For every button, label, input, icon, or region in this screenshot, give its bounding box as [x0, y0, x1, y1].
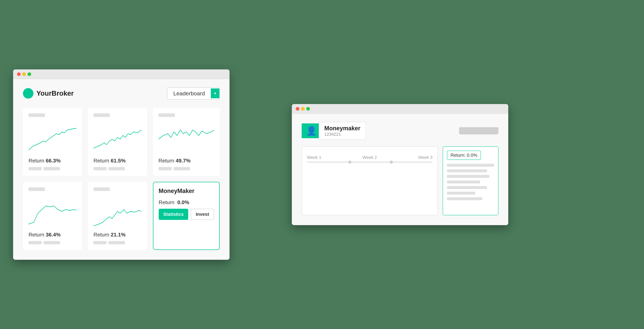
stats-line-6 — [447, 192, 475, 195]
moneymaker-name: MoneyMaker — [159, 188, 214, 194]
close-button-2[interactable] — [296, 107, 299, 111]
stats-line-2 — [447, 169, 487, 172]
week3-label: Week 3 — [418, 155, 432, 160]
detail-content: 👤 Moneymaker 1234221 Week 1 Week 2 Week … — [292, 114, 508, 225]
card-placeholder-4 — [28, 187, 45, 191]
stats-line-4 — [447, 180, 480, 183]
chart-area-1 — [28, 121, 76, 154]
brand-name: YourBroker — [36, 89, 74, 97]
detail-header: 👤 Moneymaker 1234221 — [302, 122, 498, 140]
detail-window: 👤 Moneymaker 1234221 Week 1 Week 2 Week … — [292, 104, 508, 225]
return-text-2: Return 61.5% — [94, 158, 141, 164]
minimize-button[interactable] — [22, 72, 26, 76]
stats-line-3 — [447, 175, 490, 178]
title-bar-1 — [13, 69, 230, 79]
stats-panel: Return: 0.0% — [443, 146, 498, 215]
card-bottom-bars-5 — [94, 241, 141, 244]
statistics-button[interactable]: Statistics — [159, 209, 188, 220]
return-text-4: Return 36.4% — [28, 232, 76, 238]
week1-label: Week 1 — [307, 155, 321, 160]
trader-card-5[interactable]: Return 21.1% — [88, 182, 147, 250]
chart-area-3 — [158, 121, 214, 154]
leaderboard-content: YourBroker Leaderboard ▾ Return 66.3 — [13, 79, 230, 260]
dropdown-arrow-icon[interactable]: ▾ — [211, 89, 219, 98]
return-badge: Return: 0.0% — [447, 151, 481, 160]
brand-logo — [23, 88, 34, 99]
trader-card-2[interactable]: Return 61.5% — [88, 108, 147, 176]
header-action-placeholder — [459, 127, 498, 134]
cards-grid: Return 66.3% Return 61.5% — [23, 108, 220, 250]
card-placeholder-3 — [158, 113, 175, 117]
trader-card-3[interactable]: Return 49.7% — [153, 108, 220, 176]
stats-line-1 — [447, 164, 494, 167]
card-placeholder-2 — [94, 113, 110, 117]
maximize-button[interactable] — [28, 72, 31, 76]
moneymaker-card[interactable]: MoneyMaker Return 0.0% Statistics Invest — [153, 182, 220, 250]
timeline-dot-2 — [390, 161, 393, 164]
chart-area-2 — [94, 121, 141, 154]
leaderboard-window: YourBroker Leaderboard ▾ Return 66.3 — [13, 69, 230, 260]
brand: YourBroker — [23, 88, 74, 99]
teal-accent — [302, 123, 304, 138]
trader-card-1[interactable]: Return 66.3% — [23, 108, 82, 176]
invest-button[interactable]: Invest — [191, 209, 214, 220]
card-bottom-bars-1 — [28, 167, 76, 170]
chart-area-4 — [28, 195, 76, 228]
dropdown-label: Leaderboard — [168, 88, 211, 99]
stats-line-5 — [447, 186, 487, 189]
stats-line-7 — [447, 197, 482, 200]
trader-info-box: Moneymaker 1234221 — [319, 122, 366, 140]
trader-card-4[interactable]: Return 36.4% — [23, 182, 82, 250]
return-text-1: Return 66.3% — [28, 158, 76, 164]
minimize-button-2[interactable] — [301, 107, 304, 111]
card-placeholder-5 — [94, 187, 110, 191]
return-text-5: Return 21.1% — [94, 232, 141, 238]
timeline-dot-1 — [348, 161, 351, 164]
avatar-box: 👤 — [304, 123, 319, 138]
trader-id: 1234221 — [324, 132, 360, 137]
return-text-3: Return 49.7% — [158, 158, 214, 164]
moneymaker-buttons: Statistics Invest — [159, 209, 214, 220]
week2-label: Week 2 — [362, 155, 377, 160]
maximize-button-2[interactable] — [306, 107, 310, 111]
card-placeholder-1 — [28, 113, 45, 117]
trader-name: Moneymaker — [324, 125, 360, 132]
avatar-icon: 👤 — [306, 126, 317, 136]
week-labels: Week 1 Week 2 Week 3 — [307, 155, 432, 160]
card-bottom-bars-3 — [158, 167, 214, 170]
moneymaker-return: Return 0.0% — [159, 199, 214, 205]
card-bottom-bars-2 — [94, 167, 141, 170]
close-button[interactable] — [17, 72, 21, 76]
timeline-track — [307, 162, 432, 163]
title-bar-2 — [292, 104, 508, 114]
stats-lines — [447, 164, 494, 200]
chart-area-5 — [94, 195, 141, 228]
detail-main: Week 1 Week 2 Week 3 Return: 0.0% — [302, 146, 498, 215]
trader-profile: 👤 Moneymaker 1234221 — [302, 122, 366, 140]
leaderboard-dropdown[interactable]: Leaderboard ▾ — [167, 87, 220, 100]
detail-chart-panel: Week 1 Week 2 Week 3 — [302, 146, 438, 215]
card-bottom-bars-4 — [28, 241, 76, 244]
leaderboard-header: YourBroker Leaderboard ▾ — [23, 87, 220, 100]
